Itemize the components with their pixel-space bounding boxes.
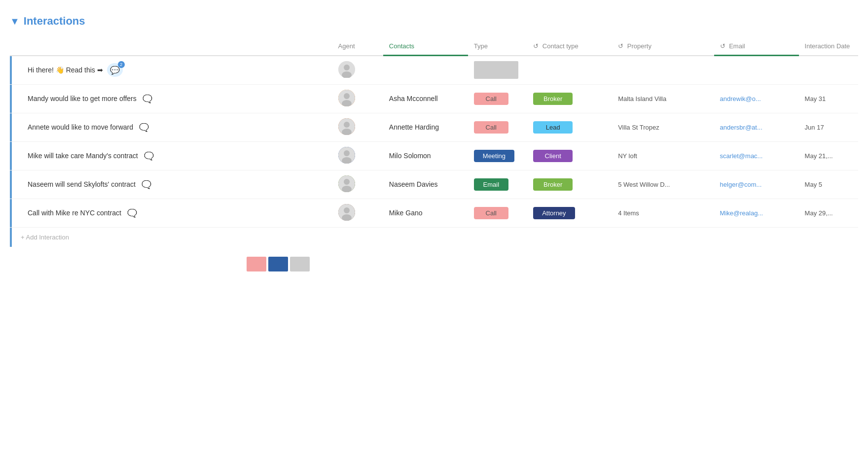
- contact-type-cell: Client: [527, 141, 612, 170]
- page-title: Interactions: [24, 15, 85, 28]
- email-link[interactable]: andrewik@o...: [720, 95, 761, 102]
- interaction-text: Mike will take care Mandy's contract: [28, 152, 138, 160]
- col-property: ↺ Property: [612, 37, 714, 56]
- contacts-cell: Naseem Davies: [383, 170, 468, 199]
- contact-name: Mike Gano: [389, 209, 423, 217]
- type-badge: Email: [474, 178, 508, 191]
- row-indicator: [10, 170, 12, 199]
- col-contact-type: ↺ Contact type: [527, 37, 612, 56]
- date-cell: [799, 56, 858, 85]
- interaction-text: Annete would like to move forward: [28, 123, 133, 131]
- contact-type-cell: Broker: [527, 84, 612, 113]
- svg-point-16: [344, 207, 350, 213]
- agent-cell: [332, 84, 383, 113]
- interaction-content: Annete would like to move forward 🗨️: [21, 120, 326, 134]
- type-cell: Meeting: [468, 141, 527, 170]
- page-container: ▼ Interactions Agent Contacts Type: [0, 0, 868, 286]
- email-link[interactable]: Mike@realag...: [720, 209, 763, 217]
- agent-avatar: [338, 204, 355, 221]
- date-cell: May 29,...: [799, 199, 858, 227]
- type-cell: Email: [468, 170, 527, 199]
- agent-avatar: [338, 175, 355, 192]
- contact-type-cell: [527, 56, 612, 85]
- date-cell: Jun 17: [799, 113, 858, 141]
- contact-type-badge: Broker: [533, 178, 573, 191]
- type-cell: Call: [468, 84, 527, 113]
- interactions-table-wrapper: Agent Contacts Type ↺ Contact type ↺ Pro: [10, 37, 858, 247]
- email-cell[interactable]: Mike@realag...: [714, 199, 799, 227]
- col-agent: Agent: [332, 37, 383, 56]
- email-cell[interactable]: helger@com...: [714, 170, 799, 199]
- email-cell[interactable]: scarlet@mac...: [714, 141, 799, 170]
- agent-cell: [332, 113, 383, 141]
- email-cell[interactable]: [714, 56, 799, 85]
- contact-type-badge: Broker: [533, 93, 573, 105]
- contact-type-badge: Client: [533, 150, 573, 162]
- date-text: May 29,...: [805, 209, 833, 217]
- agent-cell: [332, 170, 383, 199]
- property-cell: Villa St Tropez: [612, 113, 714, 141]
- email-link[interactable]: scarlet@mac...: [720, 152, 763, 160]
- row-indicator: [10, 142, 12, 170]
- date-text: Jun 17: [805, 124, 824, 131]
- col-contacts: Contacts: [383, 37, 468, 56]
- contacts-cell: [383, 56, 468, 85]
- chat-icon-gray: 🗨️: [142, 149, 156, 163]
- agent-cell: [332, 56, 383, 85]
- date-cell: May 31: [799, 84, 858, 113]
- date-text: May 5: [805, 181, 822, 188]
- contact-type-badge: Lead: [533, 121, 573, 134]
- legend-call: [247, 257, 266, 271]
- interaction-cell: Annete would like to move forward 🗨️: [10, 113, 332, 141]
- svg-point-7: [344, 122, 350, 128]
- property-text: 5 West Willow D...: [618, 181, 670, 188]
- row-indicator: [10, 56, 12, 84]
- contact-name: Annette Harding: [389, 123, 439, 131]
- table-row[interactable]: Annete would like to move forward 🗨️ Ann…: [10, 113, 858, 141]
- property-cell: 5 West Willow D...: [612, 170, 714, 199]
- email-link[interactable]: andersbr@at...: [720, 124, 762, 131]
- chat-badge: 2: [118, 61, 125, 68]
- col-interaction-date: Interaction Date: [799, 37, 858, 56]
- legend-meeting: [268, 257, 288, 271]
- chat-icon: 💬2: [107, 63, 123, 77]
- agent-avatar: [338, 118, 355, 135]
- contacts-cell: Annette Harding: [383, 113, 468, 141]
- table-header-row: Agent Contacts Type ↺ Contact type ↺ Pro: [10, 37, 858, 56]
- table-row[interactable]: Naseem will send Skylofts' contract 🗨️ N…: [10, 170, 858, 199]
- refresh-icon-email: ↺: [720, 42, 725, 50]
- table-row[interactable]: Mike will take care Mandy's contract 🗨️ …: [10, 141, 858, 170]
- contact-name: Milo Solomon: [389, 152, 431, 160]
- table-row[interactable]: Mandy would like to get more offers 🗨️ A…: [10, 84, 858, 113]
- contact-name: Naseem Davies: [389, 180, 438, 188]
- svg-point-10: [344, 150, 350, 156]
- email-cell[interactable]: andrewik@o...: [714, 84, 799, 113]
- interaction-content: Mandy would like to get more offers 🗨️: [21, 92, 326, 105]
- interaction-cell: Mike will take care Mandy's contract 🗨️: [10, 141, 332, 170]
- contact-type-cell: Lead: [527, 113, 612, 141]
- property-text: Malta Island Villa: [618, 95, 666, 102]
- contact-type-cell: Attorney: [527, 199, 612, 227]
- date-cell: May 21,...: [799, 141, 858, 170]
- contacts-cell: Asha Mcconnell: [383, 84, 468, 113]
- agent-cell: [332, 199, 383, 227]
- date-text: May 31: [805, 95, 826, 102]
- table-row[interactable]: Call with Mike re NYC contract 🗨️ Mike G…: [10, 199, 858, 227]
- type-badge: Call: [474, 121, 508, 134]
- add-interaction-btn[interactable]: + Add Interaction: [10, 228, 858, 247]
- svg-point-4: [344, 93, 350, 99]
- legend-row: [247, 257, 858, 271]
- col-type: Type: [468, 37, 527, 56]
- property-text: NY loft: [618, 152, 637, 160]
- contact-type-badge: Attorney: [533, 207, 575, 219]
- interaction-content: Hi there! 👋 Read this ➡ 💬2: [21, 63, 326, 77]
- type-badge: Call: [474, 207, 508, 219]
- type-badge: Call: [474, 93, 508, 105]
- table-row[interactable]: Hi there! 👋 Read this ➡ 💬2: [10, 56, 858, 85]
- svg-point-1: [344, 65, 350, 70]
- interaction-text: Naseem will send Skylofts' contract: [28, 180, 136, 188]
- property-cell: Malta Island Villa: [612, 84, 714, 113]
- email-link[interactable]: helger@com...: [720, 181, 762, 188]
- col-interaction: [10, 37, 332, 56]
- email-cell[interactable]: andersbr@at...: [714, 113, 799, 141]
